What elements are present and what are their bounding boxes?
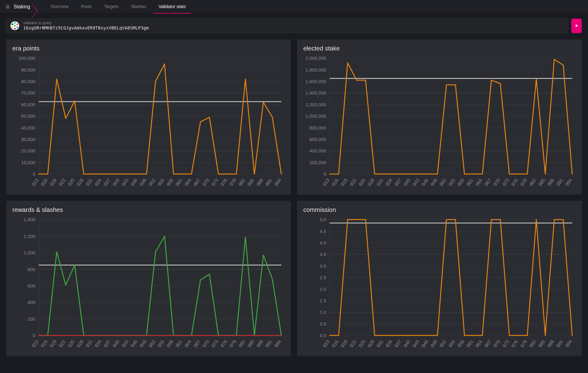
svg-text:985: 985 — [246, 339, 255, 348]
svg-text:800,000: 800,000 — [309, 125, 326, 130]
svg-text:988: 988 — [546, 339, 555, 348]
svg-text:994: 994 — [564, 339, 573, 348]
svg-text:800: 800 — [28, 266, 35, 272]
svg-text:40,000: 40,000 — [21, 125, 35, 130]
svg-text:925: 925 — [67, 339, 75, 348]
svg-text:913: 913 — [31, 177, 39, 186]
svg-line-8 — [9, 5, 10, 6]
svg-point-11 — [16, 24, 18, 25]
svg-text:10,000: 10,000 — [21, 160, 35, 165]
tab-overview[interactable]: Overview — [45, 0, 74, 14]
svg-text:946: 946 — [130, 177, 138, 186]
svg-text:30,000: 30,000 — [21, 137, 35, 142]
svg-text:976: 976 — [219, 339, 228, 348]
svg-text:991: 991 — [555, 177, 564, 186]
svg-text:982: 982 — [528, 177, 537, 186]
svg-text:1,200: 1,200 — [24, 233, 35, 239]
svg-text:70,000: 70,000 — [21, 90, 35, 95]
svg-text:928: 928 — [76, 177, 84, 186]
svg-text:958: 958 — [166, 339, 174, 348]
svg-text:982: 982 — [237, 339, 246, 348]
svg-text:994: 994 — [273, 339, 282, 348]
svg-text:955: 955 — [157, 177, 165, 186]
chart-wrap: 0.00.51.01.52.02.53.03.54.04.55.09139169… — [303, 215, 576, 352]
svg-text:961: 961 — [465, 339, 474, 348]
svg-text:931: 931 — [84, 177, 93, 186]
chart-elected-stake: 0200,000400,000600,000800,0001,000,0001,… — [303, 54, 576, 190]
svg-text:934: 934 — [385, 177, 393, 186]
svg-text:916: 916 — [331, 339, 339, 348]
svg-text:970: 970 — [492, 339, 501, 348]
svg-text:925: 925 — [357, 177, 366, 186]
svg-text:985: 985 — [537, 339, 546, 348]
svg-point-10 — [14, 22, 16, 24]
svg-text:979: 979 — [519, 177, 528, 186]
svg-text:50,000: 50,000 — [21, 113, 35, 119]
svg-text:3.5: 3.5 — [320, 252, 326, 257]
svg-text:964: 964 — [474, 339, 483, 348]
svg-text:985: 985 — [246, 177, 255, 186]
svg-text:2.0: 2.0 — [320, 286, 326, 292]
svg-text:937: 937 — [103, 339, 111, 348]
validator-query-value: 16zgGRrNMKBfz5CGJgvAmkavER9T8syxVBELqVA8… — [23, 25, 149, 31]
svg-text:979: 979 — [519, 339, 528, 348]
svg-text:955: 955 — [447, 177, 456, 186]
svg-text:991: 991 — [264, 177, 273, 186]
svg-text:922: 922 — [348, 339, 357, 348]
brand-label: Staking — [14, 4, 30, 10]
chart-wrap: 0200,000400,000600,000800,0001,000,0001,… — [303, 54, 576, 190]
svg-text:937: 937 — [394, 177, 402, 186]
validator-query-input[interactable]: validator to query 16zgGRrNMKBfz5CGJgvAm… — [6, 19, 568, 33]
svg-text:0: 0 — [33, 333, 35, 338]
svg-text:967: 967 — [192, 177, 201, 186]
svg-text:0.5: 0.5 — [320, 321, 326, 326]
svg-text:1,000,000: 1,000,000 — [305, 113, 326, 119]
play-icon — [574, 23, 579, 28]
svg-text:937: 937 — [394, 339, 402, 348]
panel-title: commission — [303, 206, 576, 213]
svg-text:916: 916 — [331, 177, 339, 186]
run-query-button[interactable] — [571, 19, 582, 33]
tab-targets[interactable]: Targets — [99, 0, 124, 14]
svg-point-16 — [14, 25, 16, 27]
svg-text:20,000: 20,000 — [21, 148, 35, 153]
svg-text:919: 919 — [339, 339, 348, 348]
svg-text:991: 991 — [264, 339, 273, 348]
svg-text:952: 952 — [148, 177, 156, 186]
svg-text:934: 934 — [94, 177, 102, 186]
svg-text:943: 943 — [121, 177, 129, 186]
svg-text:964: 964 — [184, 339, 192, 348]
svg-text:200,000: 200,000 — [309, 160, 326, 165]
svg-text:964: 964 — [474, 177, 483, 186]
svg-text:961: 961 — [465, 177, 474, 186]
validator-query-label: validator to query — [23, 21, 149, 25]
svg-text:949: 949 — [430, 177, 438, 186]
svg-text:0.0: 0.0 — [320, 333, 326, 338]
svg-text:958: 958 — [166, 177, 174, 186]
tab-pools[interactable]: Pools — [76, 0, 97, 14]
svg-text:976: 976 — [510, 339, 519, 348]
panel-commission: commission0.00.51.01.52.02.53.03.54.04.5… — [297, 201, 582, 356]
svg-text:4.0: 4.0 — [320, 240, 326, 245]
svg-text:970: 970 — [492, 177, 501, 186]
tab-slashes[interactable]: Slashes — [125, 0, 152, 14]
svg-point-13 — [14, 28, 16, 30]
svg-text:931: 931 — [375, 177, 384, 186]
svg-text:991: 991 — [555, 339, 564, 348]
svg-text:988: 988 — [255, 177, 264, 186]
svg-text:1,400: 1,400 — [24, 217, 35, 222]
svg-text:2,000,000: 2,000,000 — [305, 55, 326, 61]
chart-era-points: 010,00020,00030,00040,00050,00060,00070,… — [12, 54, 285, 190]
svg-text:946: 946 — [421, 177, 429, 186]
svg-text:934: 934 — [385, 339, 393, 348]
svg-text:973: 973 — [501, 339, 510, 348]
svg-text:967: 967 — [192, 339, 201, 348]
brand[interactable]: Staking — [5, 4, 39, 10]
svg-text:946: 946 — [421, 339, 429, 348]
svg-text:964: 964 — [184, 177, 192, 186]
panel-rewards-slashes: rewards & slashes02004006008001,0001,200… — [6, 201, 291, 356]
svg-text:919: 919 — [339, 177, 348, 186]
svg-text:949: 949 — [430, 339, 438, 348]
svg-text:955: 955 — [157, 339, 165, 348]
tab-validator-stats[interactable]: Validator stats — [153, 0, 192, 14]
